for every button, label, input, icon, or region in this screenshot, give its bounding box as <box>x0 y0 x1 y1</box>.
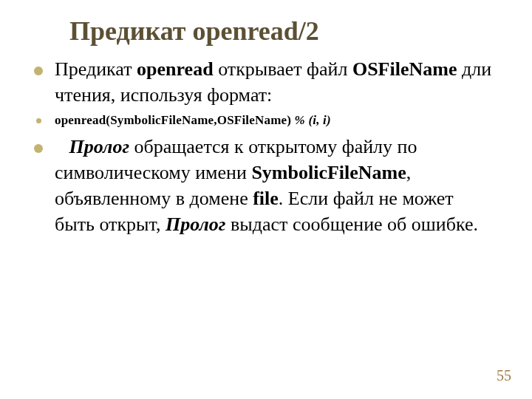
page-number: 55 <box>497 367 511 384</box>
text-run: выдаст сообщение об ошибке. <box>225 214 478 235</box>
list-item-text: Пролог обращается к открытому файлу по с… <box>55 136 478 235</box>
slide-title: Предикат openread/2 <box>69 18 498 46</box>
text-run: Предикат <box>55 58 137 80</box>
list-item: openread(SymbolicFileName,OSFileName) % … <box>34 112 498 129</box>
text-run: openread <box>137 58 214 80</box>
text-run: OSFileName <box>352 58 457 80</box>
text-run: Пролог <box>69 136 130 157</box>
text-run: SymbolicFileName <box>251 162 406 183</box>
body-list: Предикат openread открывает файл OSFileN… <box>34 56 498 238</box>
list-item: Пролог обращается к открытому файлу по с… <box>34 134 498 237</box>
text-run: openread(SymbolicFileName,OSFileName) <box>55 113 295 127</box>
list-item-text: Предикат openread открывает файл OSFileN… <box>55 58 491 106</box>
bullet-icon <box>36 118 41 123</box>
text-run: Пролог <box>166 214 226 235</box>
slide: Предикат openread/2 Предикат openread от… <box>0 0 532 399</box>
text-run: открывает файл <box>214 58 352 80</box>
text-run: file <box>253 188 279 209</box>
text-run: % (i, i) <box>295 113 331 127</box>
bullet-icon <box>34 144 43 153</box>
bullet-icon <box>34 66 43 75</box>
text-run <box>55 136 69 157</box>
list-item-text: openread(SymbolicFileName,OSFileName) % … <box>55 113 331 127</box>
list-item: Предикат openread открывает файл OSFileN… <box>34 56 498 108</box>
